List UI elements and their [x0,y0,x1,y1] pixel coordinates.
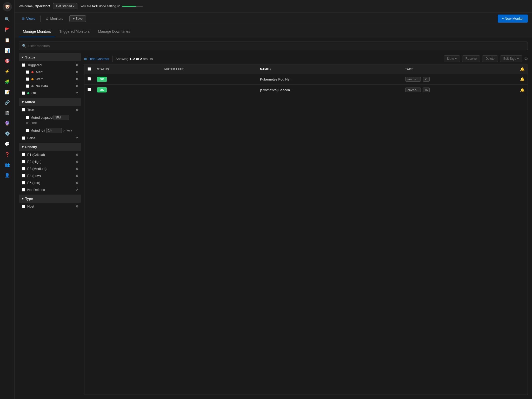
main-area: Welcome, Operator! Get Started ▾ You are… [15,0,532,399]
alert-dot [31,71,34,73]
mute-button[interactable]: Mute ▾ [444,55,460,62]
nav-monitors[interactable]: ⊙ Monitors [43,15,66,23]
sidebar-icon-ci[interactable]: ⚡ [3,66,12,76]
p3-checkbox[interactable] [22,167,25,170]
logo[interactable]: 🐶 [3,2,12,11]
p1-checkbox[interactable] [22,153,25,156]
ok-dot [27,92,29,94]
type-section-header[interactable]: ▾ Type [19,195,81,203]
sidebar-icon-tasks[interactable]: 📝 [3,87,12,97]
new-monitor-button[interactable]: + New Monitor [498,15,528,23]
filter-triggered: Triggered 0 [19,62,81,68]
row-1-tags: env:de... +5 [402,85,517,95]
row-1-name[interactable]: [Synthetics] Beacon... [257,85,402,95]
filter-p2: P2 (High) 0 [19,158,81,165]
progress-bar [122,6,143,7]
p5-checkbox[interactable] [22,181,25,184]
nodata-checkbox[interactable] [26,84,29,88]
edit-tags-button[interactable]: Edit Tags ▾ [500,55,522,62]
sidebar-icon-flags[interactable]: 🚩 [3,25,12,34]
row-1-checkbox[interactable] [88,88,91,91]
search-input[interactable] [28,44,524,48]
sidebar-icon-charts[interactable]: 📊 [3,46,12,55]
chevron-down-icon: ▾ [22,145,24,149]
filter-alert: Alert 0 [19,69,81,75]
filter-not-defined: Not Defined 2 [19,187,81,193]
sidebar-icon-settings2[interactable]: 🔮 [3,118,12,128]
settings-icon[interactable]: ⚙ [524,56,528,61]
hide-controls-icon: ⊞ [84,57,87,61]
content: 🔍 ▾ Status Triggered 0 [15,37,532,399]
p2-checkbox[interactable] [22,160,25,163]
showing-text: Showing 1–2 of 2 results [116,57,153,61]
sidebar-icon-help[interactable]: ❓ [3,150,12,159]
bell-icon-header[interactable]: 🔔 [520,67,525,71]
col-tags: TAGS [402,64,517,74]
filter-muted-true: True 0 [19,107,81,113]
select-all-checkbox[interactable] [88,67,91,71]
muted-elapsed-checkbox[interactable] [26,116,29,119]
row-1-muted-left [161,85,257,95]
topbar: Welcome, Operator! Get Started ▾ You are… [15,0,532,12]
welcome-text: Welcome, Operator! [19,4,50,8]
filter-warn: Warn 0 [19,76,81,82]
muted-elapsed-input[interactable] [54,115,69,120]
sidebar-icon-links[interactable]: 🔗 [3,98,12,107]
search-icon: 🔍 [22,44,26,48]
alert-checkbox[interactable] [26,70,29,74]
save-button[interactable]: + Save [69,15,86,22]
muted-true-checkbox[interactable] [22,108,25,111]
row-0-bell-icon[interactable]: 🔔 [520,77,524,81]
triggered-checkbox[interactable] [22,63,25,67]
row-0-name[interactable]: Kubernetes Pod He... [257,74,402,85]
row-0-checkbox[interactable] [88,77,91,81]
muted-false-checkbox[interactable] [22,136,25,140]
tab-manage-downtimes[interactable]: Manage Downtimes [94,26,134,37]
delete-button[interactable]: Delete [482,55,498,62]
get-started-button[interactable]: Get Started ▾ [53,3,77,9]
toolbar-divider [112,56,112,62]
nav-divider [40,16,41,22]
split-layout: ▾ Status Triggered 0 Alert 0 [19,53,528,395]
search-bar: 🔍 [19,42,528,50]
monitors-icon: ⊙ [46,17,49,21]
host-checkbox[interactable] [22,205,25,208]
table-header-row: STATUS MUTED LEFT NAME ↑ TAGS [84,64,528,74]
row-0-tags: env:de... +1 [402,74,517,85]
sidebar-icon-chat[interactable]: 💬 [3,139,12,149]
muted-left-input[interactable] [46,128,62,133]
tab-triggered-monitors[interactable]: Triggered Monitors [55,26,94,37]
row-1-bell-icon[interactable]: 🔔 [520,88,524,92]
sidebar-icon-notebooks[interactable]: 📓 [3,108,12,117]
muted-left-checkbox[interactable] [26,129,29,132]
sidebar-icon-team[interactable]: 👥 [3,160,12,169]
resolve-button[interactable]: Resolve [462,55,480,62]
sidebar-icon-user[interactable]: 👤 [3,170,12,180]
sidebar-icon-search[interactable]: 🔍 [3,15,12,24]
priority-section-header[interactable]: ▾ Priority [19,143,81,151]
filter-muted-false: False 2 [19,135,81,141]
not-defined-checkbox[interactable] [22,188,25,191]
nav-views[interactable]: ⊞ Views [19,15,38,23]
sidebar-icon-logs[interactable]: 📋 [3,35,12,45]
filter-p4: P4 (Low) 0 [19,172,81,179]
filter-panel: ▾ Status Triggered 0 Alert 0 [19,53,81,395]
status-section-header[interactable]: ▾ Status [19,53,81,61]
ok-checkbox[interactable] [22,91,25,95]
filter-muted-elapsed: Muted elapsed or more [19,114,81,126]
hide-controls-button[interactable]: ⊞ Hide Controls [84,57,109,61]
warn-checkbox[interactable] [26,77,29,81]
tab-manage-monitors[interactable]: Manage Monitors [19,26,55,37]
chevron-down-icon: ▾ [22,100,24,104]
sidebar-icon-monitors[interactable]: 🎯 [3,56,12,65]
col-name[interactable]: NAME ↑ [257,64,402,74]
chevron-down-icon: ▾ [517,57,519,61]
p4-checkbox[interactable] [22,174,25,177]
svg-text:🐶: 🐶 [4,4,10,10]
muted-section-header[interactable]: ▾ Muted [19,98,81,106]
tabs: Manage Monitors Triggered Monitors Manag… [15,25,532,37]
views-icon: ⊞ [22,17,25,21]
sidebar-icon-gear[interactable]: ⚙️ [3,129,12,138]
col-muted-left: MUTED LEFT [161,64,257,74]
sidebar-icon-puzzle[interactable]: 🧩 [3,77,12,86]
